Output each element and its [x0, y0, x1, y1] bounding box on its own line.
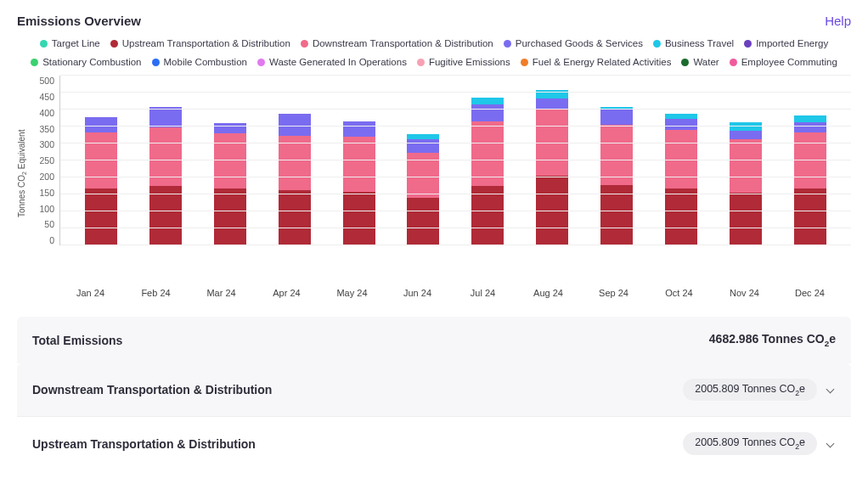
category-row[interactable]: Upstream Transportation & Distribution20…	[17, 416, 851, 470]
y-tick: 350	[39, 124, 54, 134]
bar[interactable]	[794, 115, 826, 245]
x-tick: Oct 24	[663, 288, 696, 298]
legend-item[interactable]: Mobile Combustion	[152, 55, 247, 69]
legend-label: Fuel & Energy Related Activities	[533, 55, 672, 69]
bar-segment	[665, 188, 697, 245]
plot-area	[59, 76, 851, 245]
legend-label: Downstream Transportation & Distribution	[313, 37, 493, 50]
y-tick: 50	[44, 219, 54, 229]
legend-dot	[152, 59, 160, 66]
legend-item[interactable]: Water	[681, 55, 719, 69]
total-row: Total Emissions 4682.986 Tonnes CO2e	[17, 317, 851, 363]
y-tick: 150	[39, 188, 54, 198]
x-tick: Feb 24	[140, 288, 172, 298]
gridline	[60, 109, 851, 110]
bar[interactable]	[471, 98, 504, 245]
bar-segment	[794, 188, 826, 245]
y-tick: 100	[39, 204, 54, 214]
legend-label: Mobile Combustion	[164, 55, 247, 69]
bar-segment	[214, 133, 246, 188]
bar-segment	[536, 98, 568, 109]
legend-item[interactable]: Fugitive Emissions	[417, 55, 510, 69]
x-tick: May 24	[336, 288, 369, 298]
bars-container	[60, 76, 851, 245]
legend-item[interactable]: Business Travel	[653, 37, 734, 50]
legend-dot	[744, 40, 752, 48]
legend-item[interactable]: Purchased Goods & Services	[504, 37, 643, 50]
x-tick: Nov 24	[729, 288, 761, 298]
bar-segment	[214, 188, 246, 245]
bar-segment	[730, 131, 762, 139]
bar-segment	[730, 139, 762, 193]
bar-segment	[730, 193, 762, 245]
total-label: Total Emissions	[32, 334, 122, 347]
bar-segment	[471, 104, 504, 121]
legend-item[interactable]: Stationary Combustion	[31, 55, 141, 69]
x-tick: Mar 24	[206, 288, 238, 298]
y-tick: 200	[39, 172, 54, 182]
bar-segment	[85, 188, 117, 245]
category-label: Downstream Transportation & Distribution	[32, 383, 272, 396]
gridline	[60, 126, 851, 127]
bar-segment	[343, 192, 375, 245]
bar-segment	[794, 115, 826, 122]
legend-label: Water	[693, 55, 719, 69]
bar-segment	[85, 117, 117, 132]
bar[interactable]	[279, 114, 311, 245]
x-tick: Dec 24	[794, 288, 826, 298]
bar-segment	[471, 98, 504, 104]
legend-label: Purchased Goods & Services	[516, 37, 643, 50]
bar-segment	[279, 136, 311, 190]
bar-segment	[279, 190, 311, 245]
bar-segment	[407, 139, 439, 153]
legend-item[interactable]: Downstream Transportation & Distribution	[301, 37, 493, 50]
bar-segment	[343, 121, 375, 137]
legend-label: Target Line	[52, 37, 100, 50]
bar-segment	[214, 123, 246, 133]
bar[interactable]	[536, 90, 568, 245]
bar[interactable]	[665, 114, 697, 245]
category-value: 2005.809 Tonnes CO2e	[683, 432, 817, 455]
legend-item[interactable]: Fuel & Energy Related Activities	[521, 55, 672, 69]
page-title: Emissions Overview	[17, 14, 141, 28]
y-axis: 500450400350300250200150100500	[31, 76, 59, 245]
legend-dot	[653, 40, 661, 48]
chevron-down-icon	[826, 385, 836, 395]
bar-segment	[343, 137, 375, 192]
legend-item[interactable]: Employee Commuting	[730, 55, 837, 69]
gridline	[60, 211, 851, 211]
gridline	[60, 92, 851, 93]
legend-item[interactable]: Target Line	[40, 37, 100, 50]
legend-label: Employee Commuting	[741, 55, 837, 69]
legend-dot	[730, 59, 737, 66]
chart-legend: Target LineUpstream Transportation & Dis…	[17, 37, 851, 69]
gridline	[60, 75, 851, 76]
y-tick: 0	[49, 235, 54, 245]
category-value: 2005.809 Tonnes CO2e	[683, 379, 817, 402]
legend-item[interactable]: Waste Generated In Operations	[257, 55, 407, 69]
legend-item[interactable]: Upstream Transportation & Distribution	[110, 37, 290, 50]
bar-segment	[665, 119, 697, 130]
legend-dot	[110, 40, 118, 48]
summary-section: Total Emissions 4682.986 Tonnes CO2e Dow…	[17, 317, 851, 470]
bar[interactable]	[85, 117, 117, 245]
legend-dot	[521, 59, 528, 66]
legend-dot	[31, 59, 38, 66]
legend-dot	[417, 59, 425, 66]
legend-item[interactable]: Imported Energy	[744, 37, 828, 50]
bar-segment	[600, 110, 633, 125]
gridline	[60, 228, 851, 228]
bar[interactable]	[407, 134, 439, 245]
help-link[interactable]: Help	[825, 14, 851, 28]
header: Emissions Overview Help	[17, 14, 851, 28]
legend-dot	[504, 40, 511, 48]
x-axis: Jan 24Feb 24Mar 24Apr 24May 24Jun 24Jul …	[17, 288, 851, 298]
legend-label: Business Travel	[665, 37, 734, 50]
gridline	[60, 160, 851, 160]
y-tick: 400	[39, 108, 54, 118]
bar-segment	[149, 186, 182, 245]
legend-label: Upstream Transportation & Distribution	[122, 37, 290, 50]
total-value: 4682.986 Tonnes CO2e	[709, 332, 836, 348]
category-label: Upstream Transportation & Distribution	[32, 437, 256, 451]
category-row[interactable]: Downstream Transportation & Distribution…	[17, 363, 851, 417]
